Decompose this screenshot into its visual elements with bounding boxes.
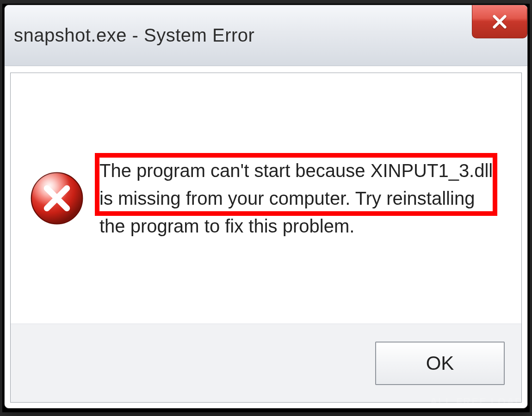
error-icon <box>29 171 85 226</box>
close-button[interactable] <box>472 5 527 38</box>
system-error-dialog: snapshot.exe - System Error <box>4 5 528 409</box>
ok-button[interactable]: OK <box>375 342 505 385</box>
close-icon <box>490 12 509 31</box>
message-area: The program can't start because XINPUT1_… <box>11 73 521 324</box>
error-message-text: The program can't start because XINPUT1_… <box>99 157 502 240</box>
dialog-title: snapshot.exe - System Error <box>14 25 254 46</box>
dialog-content: The program can't start because XINPUT1_… <box>10 73 522 403</box>
titlebar[interactable]: snapshot.exe - System Error <box>5 5 527 66</box>
button-row: OK <box>11 324 521 402</box>
